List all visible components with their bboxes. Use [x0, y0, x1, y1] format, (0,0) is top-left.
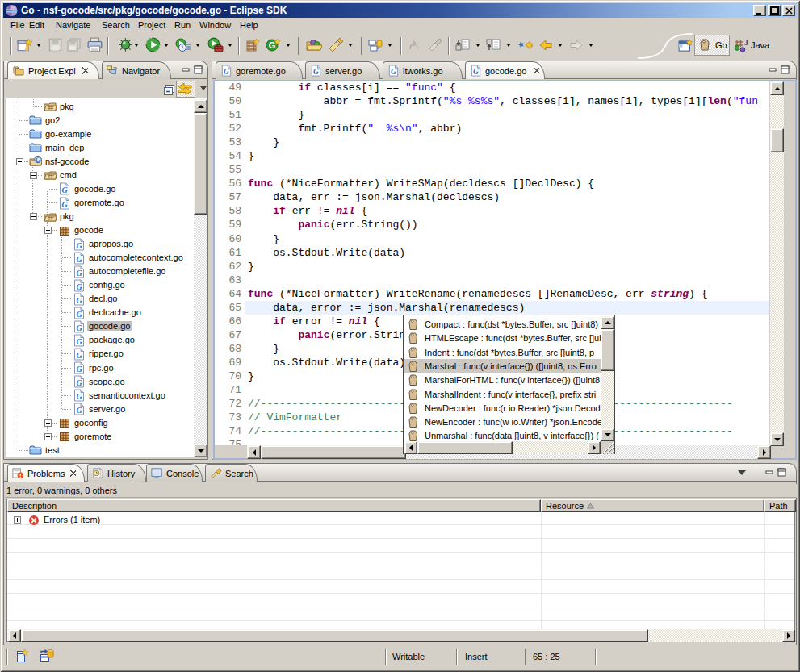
svg-text:G: G	[269, 40, 276, 50]
svg-text:J: J	[744, 38, 748, 47]
